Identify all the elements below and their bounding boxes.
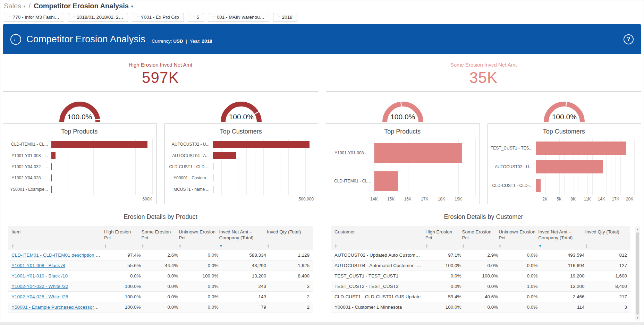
- bar-row: [213, 172, 314, 183]
- filter-chip[interactable]: = 2018/01, 2018/02, 2…: [68, 13, 128, 22]
- bar-row: [374, 167, 475, 195]
- scrollbar-thumb[interactable]: [636, 232, 639, 315]
- bar[interactable]: [51, 174, 52, 181]
- bar[interactable]: [213, 141, 310, 148]
- item-link[interactable]: Y1001-Y01-010 - Black /10: [11, 273, 68, 279]
- breadcrumb-section[interactable]: Sales: [4, 2, 21, 10]
- column-header[interactable]: High Erosion Pct▲▼: [425, 229, 462, 248]
- bar[interactable]: [536, 142, 626, 155]
- table-content: Item▲▼High Erosion Pct▲▼Some Erosion Pct…: [8, 226, 313, 313]
- column-header-label: Some Erosion Pct: [462, 229, 496, 241]
- sort-icon[interactable]: ▲▼: [179, 244, 183, 248]
- category-label: CLD-CUST1 - CLD-...: [491, 176, 536, 195]
- filter-chip[interactable]: = Y001 - Ex Prd Grp: [132, 13, 184, 22]
- bar[interactable]: [213, 186, 213, 193]
- value-cell: 0.0%: [499, 253, 538, 258]
- item-link[interactable]: Y1002-Y04-032 - White /32: [11, 284, 68, 289]
- sort-desc-icon[interactable]: ▼: [219, 244, 264, 248]
- scroll-up-icon[interactable]: ▲: [636, 226, 639, 231]
- category-label: AUTOCUST02 - U...: [491, 157, 536, 176]
- help-button[interactable]: ?: [624, 34, 634, 44]
- column-header[interactable]: Unknown Erosion Pct▲▼: [179, 229, 219, 248]
- filter-chip[interactable]: = 001 - MAIN warehou…: [208, 13, 269, 22]
- bar[interactable]: [213, 152, 237, 159]
- column-header[interactable]: High Erosion Pct▲▼: [104, 229, 142, 248]
- bar[interactable]: [536, 179, 541, 192]
- filter-chip[interactable]: = 770 - Infor M3 Fashi…: [4, 13, 64, 22]
- back-button[interactable]: ←: [10, 34, 21, 45]
- sort-icon[interactable]: ▲▼: [11, 244, 16, 248]
- value-cell: 59.4%: [425, 294, 462, 299]
- bar[interactable]: [536, 160, 603, 173]
- column-header[interactable]: Item▲▼: [11, 229, 104, 248]
- sort-down-arrow: ▼: [179, 246, 183, 248]
- erosion-details-by-customer-table: Erosion Details by Customer Customer▲▼Hi…: [326, 209, 641, 322]
- item-link[interactable]: Y1001-Y01-008 - Black /8: [11, 263, 65, 268]
- bar[interactable]: [213, 174, 213, 181]
- value-cell: 100.0%: [104, 294, 142, 299]
- sort-icon[interactable]: ▲▼: [104, 244, 108, 248]
- axis-tick-label: 11K: [584, 197, 591, 202]
- breadcrumb-page[interactable]: Competitor Erosion Analysis: [34, 2, 129, 10]
- value-cell: 0.0%: [462, 284, 499, 289]
- value-cell: 19,200: [538, 273, 585, 279]
- category-labels: Y1001-Y01-008 - ...CLD-ITEM01 - CL...: [330, 139, 374, 195]
- item-link[interactable]: Y1002-Y04-028 - White /28: [11, 294, 68, 299]
- sort-icon[interactable]: ▲▼: [334, 244, 339, 248]
- value-cell: 40.6%: [462, 294, 499, 299]
- sort-icon[interactable]: ▲▼: [267, 244, 271, 248]
- bar[interactable]: [51, 141, 147, 148]
- value-cell: 2.9%: [462, 253, 499, 258]
- column-header[interactable]: Customer▲▼: [334, 229, 425, 248]
- sort-desc-icon[interactable]: ▼: [538, 244, 582, 248]
- customer-cell: Y00001 - Customer 1 Minnesota: [334, 305, 425, 310]
- chart-title: Top Products: [7, 128, 152, 135]
- vertical-scrollbar[interactable]: ▲▼: [635, 226, 640, 320]
- category-label: CLD-ITEM01 - CL...: [7, 139, 51, 150]
- column-header[interactable]: Some Erosion Pct▲▼: [462, 229, 499, 248]
- table-row: TEST_CUST2 - TEST_CUST20.0%0.0%1.0%13,20…: [331, 281, 630, 292]
- column-header[interactable]: Invcd Qty (Total)▲▼: [267, 229, 310, 248]
- column-header[interactable]: Invcd Net Amt – Company (Total)▼: [219, 229, 267, 248]
- sort-icon[interactable]: ▲▼: [142, 244, 146, 248]
- bar[interactable]: [374, 171, 398, 191]
- bar[interactable]: [51, 152, 56, 159]
- filter-chip[interactable]: = 2018: [273, 13, 297, 22]
- gauge-row: 100.0%100.0%100.0%100.0%: [3, 92, 641, 123]
- filter-chip[interactable]: = 5: [188, 13, 204, 22]
- table-row: AUTOCUST04 - Automated Customer - D...10…: [331, 260, 630, 271]
- sort-icon[interactable]: ▲▼: [462, 244, 466, 248]
- column-header-label: Customer: [334, 229, 423, 235]
- column-header-label: Invcd Qty (Total): [267, 229, 307, 235]
- value-cell: 1,600: [585, 273, 628, 279]
- charts-row: Top Products CLD-ITEM01 - CL...Y1001-Y01…: [3, 123, 641, 204]
- column-header[interactable]: Some Erosion Pct▲▼: [142, 229, 179, 248]
- table-row: Y1002-Y04-032 - White /32100.0%0.0%0.0%2…: [8, 281, 313, 292]
- category-label: Y00001 - Custom...: [168, 172, 213, 183]
- bar[interactable]: [51, 163, 52, 170]
- bar[interactable]: [213, 163, 213, 170]
- value-cell: 43,290: [219, 263, 267, 268]
- bar[interactable]: [51, 186, 52, 193]
- kpi-row: High Erosion Invcd Net Amt 597K Some Ero…: [3, 57, 641, 92]
- tables-row: Erosion Details by Product Item▲▼High Er…: [3, 209, 641, 322]
- scroll-down-icon[interactable]: ▼: [636, 316, 639, 320]
- sort-down-arrow: ▼: [11, 246, 16, 248]
- bar[interactable]: [374, 143, 462, 163]
- value-cell: 13,200: [538, 284, 585, 289]
- item-link[interactable]: CLD-ITEM01 - CLD-ITEM01 description chan…: [11, 253, 104, 258]
- item-link[interactable]: Y50001 - Example Purchased Accessory 500…: [11, 305, 104, 310]
- category-label: AUTOCUST04 - A...: [168, 150, 213, 161]
- column-header[interactable]: Invcd Qty (Total)▲▼: [585, 229, 628, 248]
- horizontal-scrollbar[interactable]: [0, 322, 644, 325]
- category-label: AUTOCUST02 - U...: [168, 139, 213, 150]
- value-cell: 0.0%: [462, 263, 499, 268]
- currency-value: USD: [173, 39, 183, 44]
- sort-icon[interactable]: ▲▼: [585, 244, 589, 248]
- sort-icon[interactable]: ▲▼: [499, 244, 503, 248]
- column-header[interactable]: Unknown Erosion Pct▲▼: [499, 229, 538, 248]
- value-cell: 0.0%: [499, 305, 538, 310]
- column-header[interactable]: Invcd Net Amt – Company (Total)▼: [538, 229, 585, 248]
- sort-icon[interactable]: ▲▼: [425, 244, 430, 248]
- dashboard-header: ← Competitor Erosion Analysis Currency: …: [3, 24, 641, 54]
